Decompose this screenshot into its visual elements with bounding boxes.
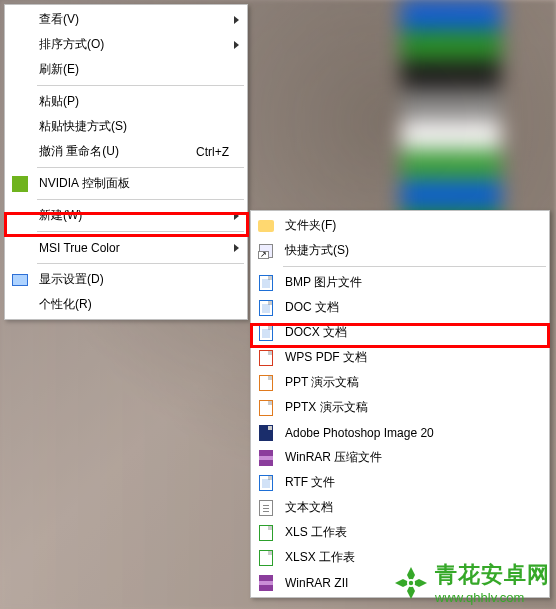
- primary_menu-item[interactable]: 刷新(E): [7, 57, 245, 82]
- primary_menu-item[interactable]: NVIDIA 控制面板: [7, 171, 245, 196]
- blank-icon: [11, 93, 29, 111]
- primary_menu-item[interactable]: 粘贴(P): [7, 89, 245, 114]
- folder-icon: [257, 217, 275, 235]
- menu-item-label: XLS 工作表: [285, 524, 543, 541]
- sub_menu-item[interactable]: XLS 工作表: [253, 520, 547, 545]
- primary_menu-separator: [37, 85, 244, 86]
- primary_menu-item[interactable]: 显示设置(D): [7, 267, 245, 292]
- menu-item-label: NVIDIA 控制面板: [39, 175, 241, 192]
- context-menu-new-submenu: 文件夹(F)快捷方式(S)BMP 图片文件DOC 文档DOCX 文档WPS PD…: [250, 210, 550, 598]
- primary_menu-separator: [37, 231, 244, 232]
- submenu-arrow-icon: [234, 41, 239, 49]
- submenu-arrow-icon: [234, 212, 239, 220]
- sub_menu-item[interactable]: 快捷方式(S): [253, 238, 547, 263]
- menu-item-label: 查看(V): [39, 11, 234, 28]
- blank-icon: [11, 118, 29, 136]
- file-icon: [257, 324, 275, 342]
- file-icon: [257, 524, 275, 542]
- menu-item-label: 粘贴(P): [39, 93, 241, 110]
- sub_menu-item[interactable]: PPTX 演示文稿: [253, 395, 547, 420]
- sub_menu-separator: [283, 266, 546, 267]
- display-icon: [11, 271, 29, 289]
- menu-item-shortcut: Ctrl+Z: [196, 145, 229, 159]
- sub_menu-item[interactable]: BMP 图片文件: [253, 270, 547, 295]
- menu-item-label: 粘贴快捷方式(S): [39, 118, 241, 135]
- primary_menu-item[interactable]: 粘贴快捷方式(S): [7, 114, 245, 139]
- menu-item-label: 显示设置(D): [39, 271, 241, 288]
- sub_menu-item[interactable]: DOCX 文档: [253, 320, 547, 345]
- menu-item-label: Adobe Photoshop Image 20: [285, 426, 543, 440]
- watermark-title: 青花安卓网: [435, 562, 550, 587]
- archive-icon: [257, 574, 275, 592]
- nvidia-icon: [11, 175, 29, 193]
- primary_menu-item[interactable]: MSI True Color: [7, 235, 245, 260]
- primary_menu-separator: [37, 263, 244, 264]
- sub_menu-item[interactable]: DOC 文档: [253, 295, 547, 320]
- sub_menu-item[interactable]: PPT 演示文稿: [253, 370, 547, 395]
- menu-item-label: RTF 文件: [285, 474, 543, 491]
- file-icon: [257, 349, 275, 367]
- svg-point-5: [409, 580, 413, 584]
- submenu-arrow-icon: [234, 244, 239, 252]
- primary_menu-item[interactable]: 撤消 重命名(U)Ctrl+Z: [7, 139, 245, 164]
- sub_menu-item[interactable]: 文件夹(F): [253, 213, 547, 238]
- submenu-arrow-icon: [234, 16, 239, 24]
- menu-item-label: DOC 文档: [285, 299, 543, 316]
- menu-item-label: MSI True Color: [39, 241, 234, 255]
- blank-icon: [11, 143, 29, 161]
- menu-item-label: 撤消 重命名(U): [39, 143, 188, 160]
- menu-item-label: WPS PDF 文档: [285, 349, 543, 366]
- blank-icon: [11, 239, 29, 257]
- shortcut-icon: [257, 242, 275, 260]
- menu-item-label: 快捷方式(S): [285, 242, 543, 259]
- file-icon: [257, 274, 275, 292]
- blank-icon: [11, 296, 29, 314]
- primary_menu-item[interactable]: 新建(W): [7, 203, 245, 228]
- blank-icon: [11, 36, 29, 54]
- primary_menu-item[interactable]: 排序方式(O): [7, 32, 245, 57]
- sub_menu-item[interactable]: RTF 文件: [253, 470, 547, 495]
- context-menu-primary: 查看(V)排序方式(O)刷新(E)粘贴(P)粘贴快捷方式(S)撤消 重命名(U)…: [4, 4, 248, 320]
- file-icon: [257, 399, 275, 417]
- file-icon: [257, 299, 275, 317]
- file-icon: [257, 424, 275, 442]
- menu-item-label: DOCX 文档: [285, 324, 543, 341]
- file-icon: [257, 549, 275, 567]
- menu-item-label: 新建(W): [39, 207, 234, 224]
- sub_menu-item[interactable]: WinRAR 压缩文件: [253, 445, 547, 470]
- menu-item-label: 文件夹(F): [285, 217, 543, 234]
- sub_menu-item[interactable]: 文本文档: [253, 495, 547, 520]
- menu-item-label: 文本文档: [285, 499, 543, 516]
- blank-icon: [11, 61, 29, 79]
- menu-item-label: 刷新(E): [39, 61, 241, 78]
- file-icon: [257, 374, 275, 392]
- menu-item-label: PPTX 演示文稿: [285, 399, 543, 416]
- watermark: 青花安卓网 www.qhhlv.com: [393, 560, 550, 605]
- primary_menu-separator: [37, 167, 244, 168]
- menu-item-label: BMP 图片文件: [285, 274, 543, 291]
- watermark-url: www.qhhlv.com: [435, 590, 550, 605]
- primary_menu-item[interactable]: 查看(V): [7, 7, 245, 32]
- sub_menu-item[interactable]: Adobe Photoshop Image 20: [253, 420, 547, 445]
- menu-item-label: 排序方式(O): [39, 36, 234, 53]
- primary_menu-item[interactable]: 个性化(R): [7, 292, 245, 317]
- primary_menu-separator: [37, 199, 244, 200]
- blank-icon: [11, 207, 29, 225]
- file-icon: [257, 474, 275, 492]
- blank-icon: [11, 11, 29, 29]
- menu-item-label: PPT 演示文稿: [285, 374, 543, 391]
- watermark-logo-icon: [393, 565, 429, 601]
- menu-item-label: 个性化(R): [39, 296, 241, 313]
- menu-item-label: WinRAR 压缩文件: [285, 449, 543, 466]
- sub_menu-item[interactable]: WPS PDF 文档: [253, 345, 547, 370]
- archive-icon: [257, 449, 275, 467]
- text-file-icon: [257, 499, 275, 517]
